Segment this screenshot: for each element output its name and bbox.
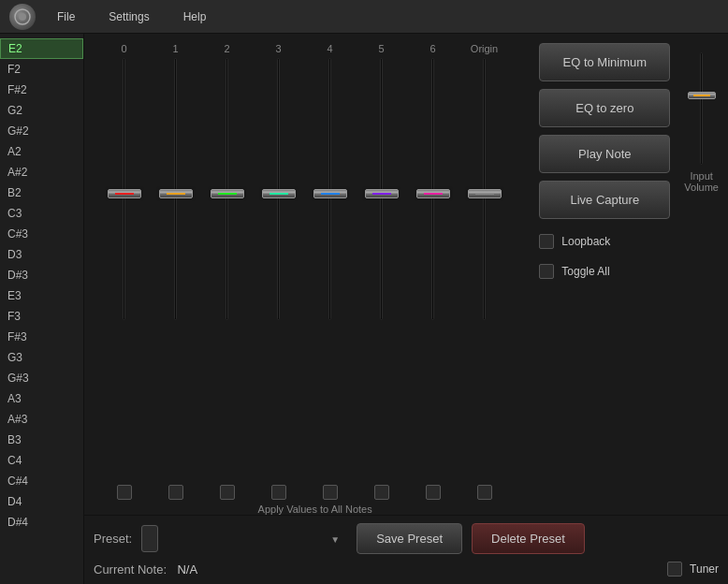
fader-label-7: Origin [459, 43, 510, 54]
input-volume-knob[interactable] [688, 92, 716, 99]
content-area: 0123456Origin Apply Values to All Notes … [84, 34, 728, 584]
note-item-a2[interactable]: A2 [0, 141, 83, 162]
note-item-b3[interactable]: B3 [0, 430, 83, 450]
note-item-gs2[interactable]: G#2 [0, 121, 83, 141]
fader-6[interactable] [416, 58, 450, 320]
current-note-section: Current Note: N/A [94, 562, 197, 577]
fader-knob-1[interactable] [159, 189, 193, 198]
loopback-checkbox[interactable] [539, 234, 554, 249]
app-logo [9, 4, 36, 30]
note-item-e3[interactable]: E3 [0, 285, 83, 306]
menu-help[interactable]: Help [176, 7, 214, 27]
fader-7[interactable] [468, 58, 502, 320]
bottom-controls: Preset: Save Preset Delete Preset Curren… [84, 515, 728, 584]
loopback-label: Loopback [561, 235, 610, 248]
fader-knob-5[interactable] [365, 189, 399, 198]
fader-checkbox-3[interactable] [271, 485, 286, 500]
tuner-option[interactable]: Tuner [667, 562, 719, 577]
note-item-d4[interactable]: D4 [0, 491, 83, 512]
fader-2[interactable] [211, 58, 244, 320]
note-item-ds3[interactable]: D#3 [0, 265, 83, 285]
fader-checkbox-7[interactable] [477, 485, 492, 500]
save-preset-button[interactable]: Save Preset [357, 523, 462, 554]
note-item-as3[interactable]: A#3 [0, 409, 83, 430]
note-item-a3[interactable]: A3 [0, 388, 83, 409]
fader-checkbox-5[interactable] [374, 485, 389, 500]
preset-select-wrap [141, 525, 347, 552]
fader-label-6: 6 [407, 43, 459, 54]
fader-knob-3[interactable] [262, 189, 296, 198]
eq-to-minimum-button[interactable]: EQ to Minimum [539, 43, 670, 81]
fader-label-3: 3 [253, 43, 304, 54]
menu-file[interactable]: File [50, 7, 82, 27]
toggle-all-checkbox[interactable] [539, 264, 554, 279]
preset-select[interactable] [141, 525, 158, 552]
tuner-checkbox[interactable] [667, 562, 682, 577]
fader-1[interactable] [159, 58, 193, 320]
note-item-c4[interactable]: C4 [0, 450, 83, 471]
fader-3[interactable] [262, 58, 296, 320]
main-container: E2F2F#2G2G#2A2A#2B2C3C#3D3D#3E3F3F#3G3G#… [0, 34, 728, 584]
note-item-c3[interactable]: C3 [0, 203, 83, 224]
note-item-fs3[interactable]: F#3 [0, 327, 83, 347]
current-note-value: N/A [177, 562, 197, 577]
status-row: Current Note: N/A Tuner [94, 562, 719, 577]
menu-bar: File Settings Help [50, 7, 213, 27]
fader-label-5: 5 [356, 43, 407, 54]
preset-label: Preset: [94, 532, 132, 546]
note-item-b2[interactable]: B2 [0, 182, 83, 203]
play-note-button[interactable]: Play Note [539, 135, 670, 173]
fader-4[interactable] [313, 58, 347, 320]
fader-column-6 [407, 58, 459, 320]
note-list: E2F2F#2G2G#2A2A#2B2C3C#3D3D#3E3F3F#3G3G#… [0, 34, 84, 584]
svg-point-1 [19, 13, 26, 21]
fader-checkbox-1[interactable] [168, 485, 183, 500]
input-volume-label: InputVolume [684, 170, 719, 193]
fader-column-0 [98, 58, 150, 320]
right-panel: EQ to Minimum EQ to zero Play Note Live … [539, 43, 719, 515]
note-item-e2[interactable]: E2 [0, 38, 83, 59]
delete-preset-button[interactable]: Delete Preset [472, 523, 585, 554]
fader-section: 0123456Origin Apply Values to All Notes [94, 43, 531, 515]
note-item-g3[interactable]: G3 [0, 347, 83, 368]
note-item-fs2[interactable]: F#2 [0, 80, 83, 100]
note-item-gs3[interactable]: G#3 [0, 368, 83, 388]
fader-knob-6[interactable] [416, 189, 450, 198]
menu-settings[interactable]: Settings [101, 7, 156, 27]
eq-to-zero-button[interactable]: EQ to zero [539, 89, 670, 127]
fader-column-2 [201, 58, 253, 320]
fader-column-1 [150, 58, 201, 320]
note-item-d3[interactable]: D3 [0, 244, 83, 265]
note-item-cs3[interactable]: C#3 [0, 224, 83, 244]
fader-label-4: 4 [304, 43, 356, 54]
note-item-as2[interactable]: A#2 [0, 162, 83, 182]
note-item-g2[interactable]: G2 [0, 100, 83, 121]
fader-checkbox-4[interactable] [323, 485, 338, 500]
input-volume-track[interactable] [700, 52, 703, 165]
live-capture-button[interactable]: Live Capture [539, 181, 670, 219]
loopback-option[interactable]: Loopback [539, 234, 675, 249]
toggle-all-option[interactable]: Toggle All [539, 264, 675, 279]
fader-5[interactable] [365, 58, 399, 320]
title-bar: File Settings Help [0, 0, 728, 34]
fader-knob-2[interactable] [211, 189, 244, 198]
fader-knob-0[interactable] [108, 189, 141, 198]
fader-checkbox-2[interactable] [220, 485, 235, 500]
note-item-f3[interactable]: F3 [0, 306, 83, 327]
fader-checkbox-0[interactable] [117, 485, 132, 500]
fader-0[interactable] [108, 58, 141, 320]
toggle-all-label: Toggle All [561, 265, 609, 278]
note-item-ds4[interactable]: D#4 [0, 512, 83, 533]
fader-knob-7[interactable] [468, 189, 502, 198]
fader-column-5 [356, 58, 407, 320]
fader-column-7 [459, 58, 510, 320]
fader-column-4 [304, 58, 356, 320]
note-item-f2[interactable]: F2 [0, 59, 83, 80]
preset-row: Preset: Save Preset Delete Preset [94, 523, 719, 554]
fader-knob-4[interactable] [313, 189, 347, 198]
apply-label: Apply Values to All Notes [94, 504, 531, 515]
current-note-label: Current Note: [94, 562, 167, 577]
fader-checkbox-6[interactable] [426, 485, 441, 500]
note-item-cs4[interactable]: C#4 [0, 471, 83, 491]
fader-label-1: 1 [150, 43, 201, 54]
